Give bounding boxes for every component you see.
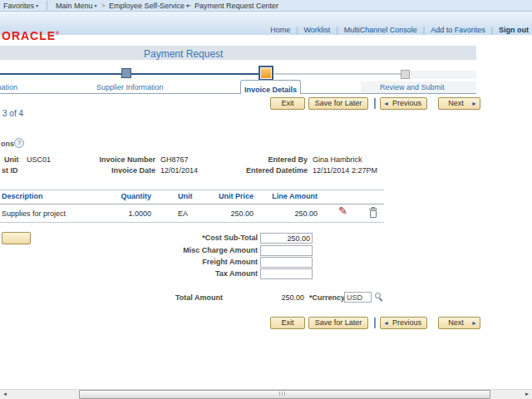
invoice-number-label: Invoice Number — [83, 155, 155, 164]
trash-lid — [369, 209, 377, 209]
breadcrumb-bar: Favorites▾ Main Menu▾ > Employee Self-Se… — [0, 0, 532, 12]
instructions-label-fragment: ons — [1, 140, 14, 148]
currency-label: *Currency — [309, 293, 345, 302]
button-separator — [374, 98, 376, 109]
misc-charge-input[interactable] — [260, 245, 313, 256]
edit-line-pencil-icon[interactable]: ✎ — [338, 205, 347, 216]
save-for-later-button-bottom[interactable]: Save for Later — [308, 317, 368, 329]
cell-description: Supplies for project — [2, 209, 66, 218]
multichannel-console-link[interactable]: MultiChannel Console — [344, 26, 417, 34]
clipped-left-button[interactable] — [2, 232, 31, 244]
add-to-favorites-link[interactable]: Add to Favorites — [431, 26, 485, 34]
page-title-bar — [0, 46, 476, 60]
help-icon[interactable]: ? — [14, 138, 24, 148]
next-arrow-icon: ► — [471, 101, 477, 107]
previous-button-bottom[interactable]: ◄Previous — [380, 317, 427, 329]
breadcrumb-divider — [47, 1, 47, 10]
previous-arrow-icon: ◄ — [383, 101, 389, 107]
page-title: Payment Request — [144, 48, 223, 60]
trash-body — [370, 210, 377, 218]
global-header: ORACLE® Home | Worklist | MultiChannel C… — [0, 12, 532, 35]
home-link[interactable]: Home — [270, 26, 290, 34]
exit-button-top[interactable]: Exit — [270, 97, 305, 110]
oracle-logo-text: ORACLE — [2, 29, 56, 42]
cell-unit-price: 250.00 — [210, 209, 254, 218]
save-for-later-button-top[interactable]: Save for Later — [308, 97, 368, 110]
oracle-logo: ORACLE® — [2, 29, 60, 42]
link-separator: | — [491, 26, 493, 34]
col-header-description: Description — [2, 192, 43, 200]
currency-lookup-magnifier-icon[interactable] — [375, 293, 385, 303]
registered-mark: ® — [56, 31, 60, 36]
global-links: Home | Worklist | MultiChannel Console |… — [283, 26, 529, 34]
scrollbar-grip — [284, 392, 285, 396]
worklist-link[interactable]: Worklist — [304, 26, 331, 34]
ess-label: Employee Self-Service — [109, 2, 185, 10]
scroll-right-arrow[interactable]: ► — [525, 391, 530, 397]
entered-datetime-label: Entered Datetime — [224, 166, 308, 175]
tab-review-and-submit[interactable]: Review and Submit — [380, 83, 445, 91]
request-id-label: st ID — [2, 166, 18, 175]
previous-button-top[interactable]: ◄Previous — [380, 97, 427, 110]
link-separator: | — [336, 26, 337, 34]
favorites-menu[interactable]: Favorites▾ — [3, 2, 38, 10]
entered-datetime-value: 12/11/2014 2:27PM — [313, 166, 377, 175]
next-arrow-icon: ► — [471, 320, 477, 327]
col-header-quantity: Quantity — [100, 192, 151, 200]
breadcrumb-payment-request-center[interactable]: Payment Request Center — [195, 2, 278, 10]
scroll-left-arrow[interactable]: ◄ — [2, 391, 7, 397]
train-marker-future — [401, 70, 410, 79]
main-menu-label: Main Menu — [56, 2, 93, 10]
favorites-label: Favorites — [3, 2, 34, 10]
col-header-unit-price: Unit Price — [210, 192, 254, 200]
entered-by-value: Gina Hambrick — [313, 155, 362, 164]
tab-strip-line — [0, 93, 476, 94]
business-unit-value: USC01 — [27, 155, 51, 164]
breadcrumb-chevron-icon: > — [187, 2, 191, 9]
cell-line-amount: 250.00 — [256, 209, 318, 218]
breadcrumb-employee-self-service[interactable]: Employee Self-Service▾ — [109, 2, 189, 10]
tab-summary-information-fragment[interactable]: mation — [0, 83, 17, 91]
total-amount-value: 250.00 — [249, 293, 304, 302]
col-header-line-amount: Line Amount — [256, 192, 318, 200]
col-header-unit: Unit — [178, 192, 193, 200]
next-label: Next — [448, 318, 464, 327]
table-border-top — [0, 190, 384, 190]
previous-label: Previous — [392, 318, 421, 327]
link-separator: | — [423, 26, 425, 34]
next-button-bottom[interactable]: Next► — [438, 317, 480, 329]
entered-by-label: Entered By — [233, 155, 308, 164]
exit-button-bottom[interactable]: Exit — [270, 317, 305, 329]
currency-input[interactable] — [344, 292, 372, 303]
tab-invoice-details-label: Invoice Details — [244, 86, 297, 94]
button-separator — [374, 318, 376, 328]
business-unit-label: Unit — [4, 155, 19, 164]
train-line-future — [274, 73, 401, 75]
sign-out-link[interactable]: Sign out — [499, 26, 529, 34]
invoice-date-label: Invoice Date — [83, 166, 155, 175]
step-indicator-text: 3 of 4 — [2, 109, 23, 118]
chevron-down-icon: ▾ — [36, 3, 38, 8]
scrollbar-grip — [282, 392, 283, 396]
chevron-down-icon: ▾ — [95, 3, 97, 8]
cost-subtotal-label: *Cost Sub-Total — [141, 234, 258, 242]
breadcrumb-chevron-icon: > — [101, 2, 106, 9]
total-amount-label: Total Amount — [153, 293, 223, 302]
tab-invoice-details[interactable]: Invoice Details — [240, 80, 301, 94]
tab-supplier-information[interactable]: Supplier Information — [96, 83, 164, 91]
previous-arrow-icon: ◄ — [383, 320, 389, 327]
table-border-bottom — [0, 222, 384, 223]
next-label: Next — [448, 99, 464, 107]
misc-charge-label: Misc Charge Amount — [141, 246, 258, 254]
train-marker-current — [259, 66, 273, 81]
main-menu[interactable]: Main Menu▾ — [56, 2, 97, 10]
freight-amount-input[interactable] — [260, 257, 313, 268]
tax-amount-input[interactable] — [260, 268, 313, 279]
cost-subtotal-input[interactable] — [260, 233, 313, 244]
link-separator: | — [296, 26, 298, 34]
delete-line-trash-icon[interactable] — [368, 207, 378, 219]
payment-request-screen: Favorites▾ Main Menu▾ > Employee Self-Se… — [0, 0, 532, 399]
train-future-track-bg — [409, 71, 476, 79]
next-button-top[interactable]: Next► — [438, 97, 480, 110]
cell-unit: EA — [178, 209, 188, 218]
